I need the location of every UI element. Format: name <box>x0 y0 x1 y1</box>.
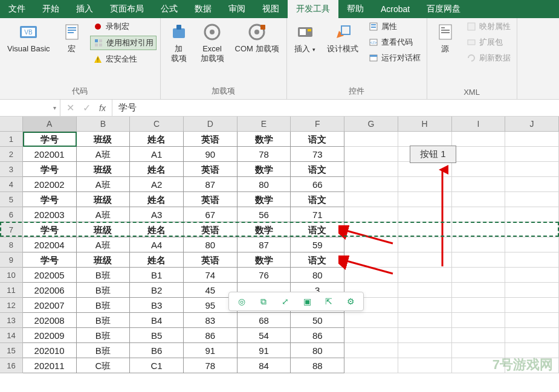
cell[interactable] <box>505 207 559 222</box>
cell[interactable]: 英语 <box>184 132 237 147</box>
cell[interactable] <box>505 237 559 252</box>
cell[interactable] <box>344 222 398 237</box>
cell[interactable]: 班级 <box>77 132 131 147</box>
cell[interactable]: 姓名 <box>130 222 184 237</box>
cell[interactable] <box>344 147 398 162</box>
cell[interactable]: 学号 <box>23 162 77 177</box>
cell[interactable]: A班 <box>77 147 131 162</box>
cell[interactable]: 姓名 <box>130 192 184 207</box>
cell[interactable] <box>344 268 398 283</box>
row-header[interactable]: 14 <box>0 328 23 343</box>
cell[interactable]: A班 <box>77 207 131 222</box>
cell[interactable]: 74 <box>184 268 237 283</box>
cell[interactable]: 姓名 <box>130 162 184 177</box>
cell[interactable]: 87 <box>184 177 237 192</box>
cell[interactable]: 学号 <box>23 252 77 268</box>
cell[interactable]: 71 <box>291 207 344 222</box>
cell[interactable] <box>452 252 506 268</box>
properties-button[interactable]: 属性 <box>366 20 423 33</box>
xml-refresh-button[interactable]: 刷新数据 <box>464 51 513 65</box>
cell[interactable] <box>398 313 452 328</box>
cell[interactable] <box>452 268 506 283</box>
cell[interactable] <box>344 358 398 373</box>
tab-developer[interactable]: 开发工具 <box>288 0 338 18</box>
col-header-E[interactable]: E <box>237 117 291 131</box>
cell[interactable] <box>398 162 452 177</box>
cell[interactable] <box>344 207 398 222</box>
cell[interactable] <box>505 177 559 192</box>
cell[interactable]: 学号 <box>23 192 77 207</box>
cell[interactable]: 数学 <box>237 162 291 177</box>
row-header[interactable]: 3 <box>0 162 23 177</box>
xml-source-button[interactable]: 源 <box>431 20 460 56</box>
cell[interactable]: B班 <box>77 283 131 298</box>
float-target-icon[interactable]: ◎ <box>235 295 248 308</box>
cell[interactable] <box>505 268 559 283</box>
cell[interactable]: 英语 <box>184 252 237 268</box>
cell[interactable]: 59 <box>291 237 344 252</box>
cell[interactable]: 80 <box>291 268 344 283</box>
cell[interactable] <box>452 222 506 237</box>
cell[interactable]: 班级 <box>77 162 131 177</box>
col-header-F[interactable]: F <box>291 117 344 131</box>
cell[interactable]: 88 <box>291 358 344 373</box>
cell[interactable] <box>452 313 506 328</box>
cell[interactable]: 姓名 <box>130 252 184 268</box>
cell[interactable] <box>344 192 398 207</box>
cell[interactable]: 学号 <box>23 132 77 147</box>
cell[interactable] <box>398 358 452 373</box>
cell[interactable] <box>344 313 398 328</box>
macro-security-button[interactable]: ! 宏安全性 <box>90 53 157 66</box>
tab-data[interactable]: 数据 <box>186 0 220 18</box>
design-mode-button[interactable]: 设计模式 <box>323 20 362 56</box>
cell[interactable]: 学号 <box>23 222 77 237</box>
cell[interactable] <box>452 328 506 343</box>
cell[interactable] <box>452 207 506 222</box>
cell[interactable]: 数学 <box>237 222 291 237</box>
row-header[interactable]: 2 <box>0 147 23 162</box>
cell[interactable] <box>398 328 452 343</box>
cell[interactable] <box>452 358 506 373</box>
row-header[interactable]: 10 <box>0 268 23 283</box>
col-header-A[interactable]: A <box>23 117 77 131</box>
row-header[interactable]: 16 <box>0 358 23 373</box>
col-header-D[interactable]: D <box>184 117 237 131</box>
tab-home[interactable]: 开始 <box>34 0 68 18</box>
cell[interactable] <box>505 283 559 298</box>
cell[interactable] <box>452 147 506 162</box>
cell[interactable]: 73 <box>291 147 344 162</box>
cell[interactable] <box>398 252 452 268</box>
cell[interactable] <box>505 162 559 177</box>
cell[interactable]: 86 <box>184 328 237 343</box>
cell[interactable] <box>505 147 559 162</box>
row-header[interactable]: 6 <box>0 207 23 222</box>
excel-addin-button[interactable]: Excel 加载项 <box>197 20 228 65</box>
cell[interactable]: 78 <box>184 358 237 373</box>
tab-help[interactable]: 帮助 <box>338 0 372 18</box>
cell[interactable] <box>398 222 452 237</box>
cell[interactable] <box>452 237 506 252</box>
cell[interactable]: 英语 <box>184 222 237 237</box>
cell[interactable] <box>452 162 506 177</box>
row-header[interactable]: 12 <box>0 298 23 313</box>
cell[interactable]: 202011 <box>23 358 77 373</box>
macro-button[interactable]: 宏 <box>57 20 86 56</box>
cell[interactable] <box>452 132 506 147</box>
tab-formula[interactable]: 公式 <box>152 0 186 18</box>
run-dialog-button[interactable]: 运行对话框 <box>366 51 423 65</box>
cell[interactable] <box>505 298 559 313</box>
cell[interactable]: B班 <box>77 343 131 358</box>
cell[interactable] <box>398 298 452 313</box>
col-header-J[interactable]: J <box>505 117 559 131</box>
tab-baidu[interactable]: 百度网盘 <box>418 0 469 18</box>
tab-view[interactable]: 视图 <box>254 0 288 18</box>
cell[interactable]: 班级 <box>77 222 131 237</box>
col-header-B[interactable]: B <box>77 117 131 131</box>
cell[interactable]: 87 <box>237 237 291 252</box>
cell[interactable]: 数学 <box>237 252 291 268</box>
float-copy-icon[interactable]: ⧉ <box>257 295 270 308</box>
cell[interactable]: B班 <box>77 268 131 283</box>
col-header-H[interactable]: H <box>398 117 452 131</box>
cell[interactable] <box>505 343 559 358</box>
cell[interactable] <box>398 237 452 252</box>
